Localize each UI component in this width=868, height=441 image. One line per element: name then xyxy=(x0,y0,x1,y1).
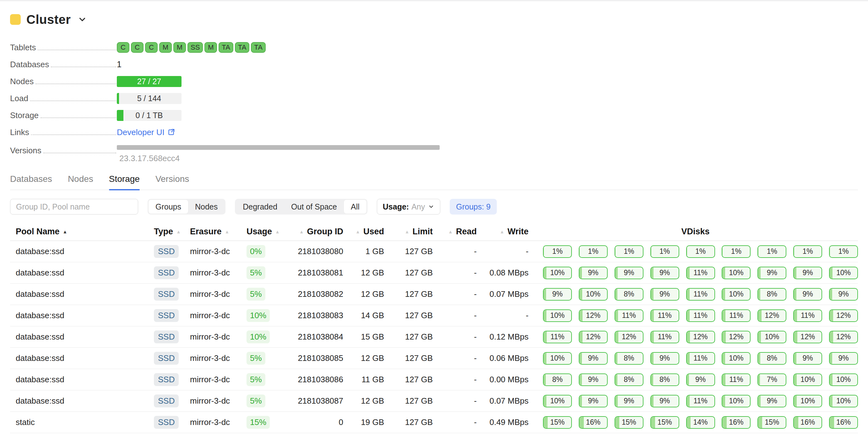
vdisk-badge[interactable]: 15% xyxy=(757,416,786,429)
column-header-group[interactable]: ▲Group ID xyxy=(280,227,348,237)
vdisk-badge[interactable]: 14% xyxy=(686,416,715,429)
vdisk-badge[interactable]: 11% xyxy=(686,395,715,407)
vdisk-badge[interactable]: 10% xyxy=(829,395,858,407)
entity-option-groups[interactable]: Groups xyxy=(149,200,188,214)
vdisk-badge[interactable]: 11% xyxy=(650,331,679,343)
vdisk-badge[interactable]: 8% xyxy=(615,374,644,386)
vdisk-badge[interactable]: 15% xyxy=(650,416,679,429)
vdisk-badge[interactable]: 10% xyxy=(793,395,822,407)
tab-databases[interactable]: Databases xyxy=(10,174,52,190)
vdisk-badge[interactable]: 12% xyxy=(686,331,715,343)
vdisk-badge[interactable]: 12% xyxy=(829,309,858,322)
vdisk-badge[interactable]: 1% xyxy=(829,245,858,258)
tablet-badge[interactable]: C xyxy=(117,42,129,53)
table-row[interactable]: database:ssdSSDmirror-3-dc10%21810380831… xyxy=(10,305,858,326)
vdisk-badge[interactable]: 10% xyxy=(543,267,572,279)
vdisk-badge[interactable]: 8% xyxy=(615,288,644,301)
vdisk-badge[interactable]: 9% xyxy=(829,352,858,365)
vdisk-badge[interactable]: 12% xyxy=(793,331,822,343)
vdisk-badge[interactable]: 9% xyxy=(793,288,822,301)
vdisk-badge[interactable]: 8% xyxy=(757,352,786,365)
vdisk-badge[interactable]: 1% xyxy=(579,245,608,258)
vdisk-badge[interactable]: 9% xyxy=(650,395,679,407)
vdisk-badge[interactable]: 8% xyxy=(615,352,644,365)
tablet-badge[interactable]: TA xyxy=(219,42,233,53)
vdisk-badge[interactable]: 12% xyxy=(829,331,858,343)
column-header-erasure[interactable]: Erasure▲ xyxy=(184,227,241,237)
vdisk-badge[interactable]: 12% xyxy=(722,331,750,343)
vdisk-badge[interactable]: 9% xyxy=(793,352,822,365)
column-header-write[interactable]: ▲Write xyxy=(481,227,533,237)
tab-storage[interactable]: Storage xyxy=(109,174,140,190)
vdisk-badge[interactable]: 12% xyxy=(579,309,608,322)
table-row[interactable]: database:ssdSSDmirror-3-dc5%218103808112… xyxy=(10,262,858,284)
vdisk-badge[interactable]: 10% xyxy=(829,267,858,279)
vdisk-badge[interactable]: 16% xyxy=(793,416,822,429)
table-row[interactable]: database:ssdSSDmirror-3-dc5%218103808212… xyxy=(10,284,858,305)
table-row[interactable]: database:ssdSSDmirror-3-dc5%218103808512… xyxy=(10,348,858,369)
vdisk-badge[interactable]: 1% xyxy=(686,245,715,258)
tab-nodes[interactable]: Nodes xyxy=(68,174,93,190)
vdisk-badge[interactable]: 10% xyxy=(543,352,572,365)
tablet-badge[interactable]: M xyxy=(205,42,217,53)
vdisk-badge[interactable]: 10% xyxy=(579,288,608,301)
vdisk-badge[interactable]: 9% xyxy=(757,267,786,279)
tab-versions[interactable]: Versions xyxy=(155,174,189,190)
usage-filter-dropdown[interactable]: Usage: Any xyxy=(377,199,440,215)
vdisk-badge[interactable]: 16% xyxy=(579,416,608,429)
developer-ui-link[interactable]: Developer UI xyxy=(117,128,175,137)
vdisk-badge[interactable]: 8% xyxy=(757,288,786,301)
vdisk-badge[interactable]: 11% xyxy=(722,309,750,322)
tablet-badge[interactable]: C xyxy=(145,42,158,53)
vdisk-badge[interactable]: 1% xyxy=(615,245,644,258)
vdisk-badge[interactable]: 1% xyxy=(793,245,822,258)
table-row[interactable]: staticSSDmirror-3-dc15%019 GB127 GB-0.49… xyxy=(10,412,858,433)
status-option-all[interactable]: All xyxy=(344,200,367,214)
column-header-read[interactable]: ▲Read xyxy=(437,227,481,237)
vdisk-badge[interactable]: 7% xyxy=(757,374,786,386)
tablet-badge[interactable]: TA xyxy=(251,42,266,53)
vdisk-badge[interactable]: 9% xyxy=(579,352,608,365)
vdisk-badge[interactable]: 10% xyxy=(722,267,750,279)
vdisk-badge[interactable]: 11% xyxy=(686,288,715,301)
vdisk-badge[interactable]: 16% xyxy=(722,416,750,429)
vdisk-badge[interactable]: 1% xyxy=(722,245,750,258)
vdisk-badge[interactable]: 11% xyxy=(686,267,715,279)
table-row[interactable]: database:ssdSSDmirror-3-dc10%21810380841… xyxy=(10,326,858,348)
vdisk-badge[interactable]: 8% xyxy=(650,374,679,386)
search-input[interactable] xyxy=(10,199,138,215)
column-header-usage[interactable]: Usage▲ xyxy=(241,227,280,237)
groups-count-badge[interactable]: Groups: 9 xyxy=(450,199,497,215)
tablet-badge[interactable]: C xyxy=(131,42,144,53)
vdisk-badge[interactable]: 12% xyxy=(579,331,608,343)
vdisk-badge[interactable]: 9% xyxy=(579,374,608,386)
status-option-out-of-space[interactable]: Out of Space xyxy=(284,200,344,214)
table-row[interactable]: database:ssdSSDmirror-3-dc5%218103808611… xyxy=(10,369,858,390)
column-header-type[interactable]: Type▲ xyxy=(148,227,184,237)
vdisk-badge[interactable]: 15% xyxy=(543,416,572,429)
vdisk-badge[interactable]: 10% xyxy=(722,395,750,407)
vdisk-badge[interactable]: 11% xyxy=(686,352,715,365)
entity-option-nodes[interactable]: Nodes xyxy=(188,200,224,214)
vdisk-badge[interactable]: 1% xyxy=(757,245,786,258)
vdisk-badge[interactable]: 11% xyxy=(615,309,644,322)
vdisk-badge[interactable]: 10% xyxy=(543,395,572,407)
column-header-limit[interactable]: ▲Limit xyxy=(389,227,437,237)
vdisk-badge[interactable]: 9% xyxy=(793,267,822,279)
vdisk-badge[interactable]: 15% xyxy=(615,416,644,429)
vdisk-badge[interactable]: 12% xyxy=(615,331,644,343)
tablet-badge[interactable]: M xyxy=(173,42,186,53)
vdisk-badge[interactable]: 9% xyxy=(829,288,858,301)
vdisk-badge[interactable]: 11% xyxy=(650,309,679,322)
vdisk-badge[interactable]: 11% xyxy=(722,374,750,386)
vdisk-badge[interactable]: 11% xyxy=(686,309,715,322)
vdisk-badge[interactable]: 10% xyxy=(722,288,750,301)
tablet-badge[interactable]: TA xyxy=(235,42,249,53)
vdisk-badge[interactable]: 9% xyxy=(650,352,679,365)
vdisk-badge[interactable]: 11% xyxy=(793,309,822,322)
vdisk-badge[interactable]: 9% xyxy=(615,267,644,279)
vdisk-badge[interactable]: 9% xyxy=(579,395,608,407)
vdisk-badge[interactable]: 10% xyxy=(793,374,822,386)
vdisk-badge[interactable]: 9% xyxy=(543,288,572,301)
vdisk-badge[interactable]: 1% xyxy=(543,245,572,258)
